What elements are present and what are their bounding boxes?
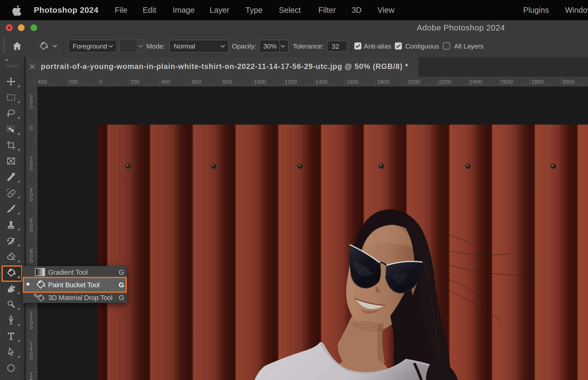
svg-text:1000: 1000 [254,79,266,85]
svg-text:1600: 1600 [346,79,359,85]
svg-text:400: 400 [38,79,47,85]
svg-text:0: 0 [30,104,33,110]
svg-text:0: 0 [30,258,33,264]
svg-text:600: 600 [192,79,201,85]
svg-text:200: 200 [69,79,78,85]
svg-text:400: 400 [161,79,171,85]
svg-text:1200: 1200 [285,79,297,85]
svg-text:0: 0 [30,125,33,131]
svg-text:2000: 2000 [408,79,420,85]
svg-text:2800: 2800 [531,79,544,85]
svg-text:0: 0 [30,196,33,202]
svg-text:800: 800 [223,79,232,85]
svg-text:2600: 2600 [501,79,513,85]
svg-text:0: 0 [30,355,33,361]
svg-text:0: 0 [99,79,103,85]
svg-text:2400: 2400 [470,79,482,85]
svg-text:3000: 3000 [562,79,574,85]
svg-text:1400: 1400 [315,79,328,85]
svg-text:1800: 1800 [377,79,389,85]
svg-text:0: 0 [30,165,33,171]
svg-text:200: 200 [130,79,139,85]
svg-text:0: 0 [30,324,33,330]
svg-text:2200: 2200 [439,79,451,85]
svg-text:6: 6 [30,377,33,380]
svg-text:0: 0 [30,227,33,233]
